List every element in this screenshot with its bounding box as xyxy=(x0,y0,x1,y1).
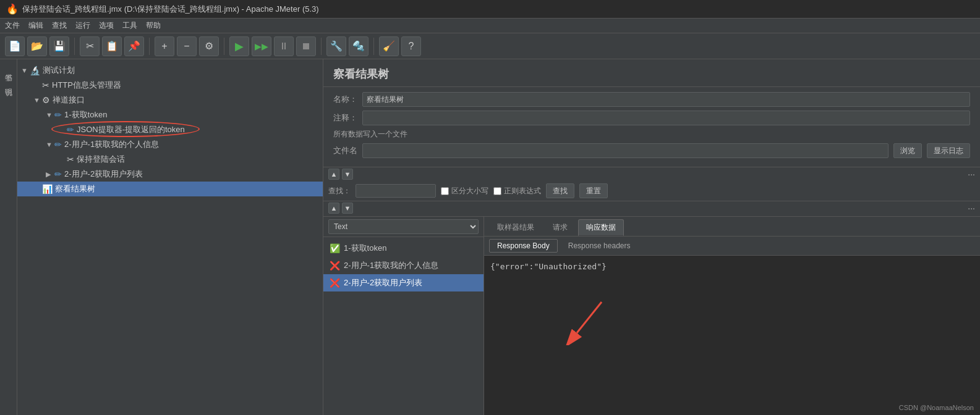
menu-tools[interactable]: 工具 xyxy=(122,20,137,31)
tree-label-http-header: HTTP信息头管理器 xyxy=(52,80,121,91)
test-plan-icon: 🔬 xyxy=(30,65,40,75)
sub-tab-response-headers[interactable]: Response headers xyxy=(560,239,639,253)
tree-label-json-extractor: JSON提取器-提取返回的token xyxy=(77,124,185,135)
filename-input[interactable] xyxy=(362,143,888,158)
tree-item-json-extractor-wrapper: ✏ JSON提取器-提取返回的token xyxy=(17,122,323,137)
pause-button[interactable]: ⏸ xyxy=(274,36,294,56)
tree-label-get-my-info: 2-用户-1获取我的个人信息 xyxy=(64,139,159,150)
tree-item-channel-api[interactable]: ▼ ⚙ 禅道接口 xyxy=(17,93,323,107)
toolbar-sep-1 xyxy=(74,38,75,55)
menu-find[interactable]: 查找 xyxy=(52,20,67,31)
regex-checkbox[interactable] xyxy=(493,187,501,195)
search-input[interactable] xyxy=(356,184,436,198)
comment-label: 注释： xyxy=(333,112,357,124)
tree-label-get-users: 2-用户-2获取用户列表 xyxy=(64,169,143,180)
arrow-get-my-info: ▼ xyxy=(46,141,54,148)
collapse-up-btn-2[interactable]: ▲ xyxy=(328,203,339,214)
tree-item-get-my-info[interactable]: ▼ ✏ 2-用户-1获取我的个人信息 xyxy=(17,137,323,152)
filename-label: 文件名 xyxy=(333,145,357,156)
display-log-button[interactable]: 显示日志 xyxy=(927,143,970,158)
list-label-get-my-info: 2-用户-1获取我的个人信息 xyxy=(344,260,438,271)
list-item-get-my-info[interactable]: ❌ 2-用户-1获取我的个人信息 xyxy=(323,257,484,274)
collapse-down-btn-2[interactable]: ▼ xyxy=(342,203,353,214)
tab-sampler-result[interactable]: 取样器结果 xyxy=(489,219,542,236)
start-no-pause-button[interactable]: ▶▶ xyxy=(252,36,271,56)
find-button[interactable]: 查找 xyxy=(546,183,574,198)
http-header-icon: ✂ xyxy=(42,80,49,90)
remote-stop-button[interactable]: 🔩 xyxy=(349,36,369,56)
status-ok-icon-1: ✅ xyxy=(330,243,340,253)
menu-help[interactable]: 帮助 xyxy=(146,20,161,31)
toolbar: 📄 📂 💾 ✂ 📋 📌 + − ⚙ ▶ ▶▶ ⏸ ⏹ 🔧 🔩 🧹 ? xyxy=(0,33,980,59)
arrow-test-plan: ▼ xyxy=(21,67,30,74)
open-button[interactable]: 📂 xyxy=(27,36,47,56)
start-button[interactable]: ▶ xyxy=(229,36,249,56)
more-btn-1[interactable]: ··· xyxy=(968,169,975,179)
menu-options[interactable]: 选项 xyxy=(99,20,114,31)
name-row: 名称： xyxy=(333,92,970,107)
list-items: ✅ 1-获取token ❌ 2-用户-1获取我的个人信息 ❌ 2-用户-2获取用… xyxy=(323,237,484,415)
paste-button[interactable]: 📌 xyxy=(124,36,144,56)
file-header-row: 所有数据写入一个文件 xyxy=(333,129,970,140)
tree-item-keep-login[interactable]: ✂ 保持登陆会话 xyxy=(17,152,323,167)
save-button[interactable]: 💾 xyxy=(49,36,69,56)
search-row: 查找： 区分大小写 正则表达式 查找 重置 xyxy=(323,181,980,201)
sub-tab-headers-label: Response headers xyxy=(568,241,631,250)
reset-button[interactable]: 重置 xyxy=(579,183,608,198)
tree-panel: ▼ 🔬 测试计划 ✂ HTTP信息头管理器 ▼ ⚙ 禅道接口 ▼ ✏ 1-获取t… xyxy=(17,59,323,415)
list-item-get-token[interactable]: ✅ 1-获取token xyxy=(323,240,484,257)
tree-item-view-result[interactable]: 📊 察看结果树 xyxy=(17,182,323,196)
copy-button[interactable]: 📋 xyxy=(102,36,122,56)
tree-item-get-users[interactable]: ▶ ✏ 2-用户-2获取用户列表 xyxy=(17,167,323,182)
more-btn-2[interactable]: ··· xyxy=(968,203,975,213)
tree-label-get-token: 1-获取token xyxy=(64,109,107,120)
get-token-icon: ✏ xyxy=(54,110,62,120)
toolbar-sep-2 xyxy=(149,38,150,55)
right-panel: 察看结果树 名称： 注释： 所有数据写入一个文件 文件名 浏览 显示日志 xyxy=(323,59,980,415)
remove-button[interactable]: − xyxy=(177,36,197,56)
name-label: 名称： xyxy=(333,94,357,105)
watermark: CSDN @NoamaaNelson xyxy=(899,404,974,411)
browse-button[interactable]: 浏览 xyxy=(893,143,922,158)
clear-button[interactable]: 🧹 xyxy=(379,36,399,56)
tab-bar: 取样器结果 请求 响应数据 xyxy=(484,217,980,237)
list-label-get-token: 1-获取token xyxy=(344,243,386,254)
tree-label-channel-api: 禅道接口 xyxy=(53,94,85,106)
format-dropdown[interactable]: Text RegExp Tester CSS/JQuery Tester XPa… xyxy=(328,219,479,234)
comment-input[interactable] xyxy=(362,111,970,125)
tree-item-get-token[interactable]: ▼ ✏ 1-获取token xyxy=(17,107,323,122)
tab-response[interactable]: 响应数据 xyxy=(578,219,624,236)
cut-button[interactable]: ✂ xyxy=(80,36,100,56)
collapse-up-btn-1[interactable]: ▲ xyxy=(328,169,339,180)
help-button[interactable]: ? xyxy=(401,36,421,56)
case-sensitive-label: 区分大小写 xyxy=(451,186,488,196)
remote-start-button[interactable]: 🔧 xyxy=(326,36,346,56)
tab-request[interactable]: 请求 xyxy=(545,219,576,236)
file-header-label: 所有数据写入一个文件 xyxy=(333,129,407,140)
flame-icon: 🔥 xyxy=(6,3,19,15)
menu-bar: 文件 编辑 查找 运行 选项 工具 帮助 xyxy=(0,19,980,33)
tree-item-test-plan[interactable]: ▼ 🔬 测试计划 xyxy=(17,63,323,78)
new-button[interactable]: 📄 xyxy=(5,36,25,56)
list-item-get-users[interactable]: ❌ 2-用户-2获取用户列表 xyxy=(323,274,484,291)
keep-login-icon: ✂ xyxy=(67,154,74,164)
list-panel: Text RegExp Tester CSS/JQuery Tester XPa… xyxy=(323,217,484,415)
menu-run[interactable]: 运行 xyxy=(75,20,90,31)
add-button[interactable]: + xyxy=(155,36,174,56)
transform-button[interactable]: ⚙ xyxy=(199,36,219,56)
stop-button[interactable]: ⏹ xyxy=(296,36,316,56)
left-sidebar: 书签 说明 xyxy=(0,59,17,415)
tree-label-view-result: 察看结果树 xyxy=(55,183,95,195)
name-input[interactable] xyxy=(362,92,970,107)
response-body: {"error":"Unauthorized"} xyxy=(484,256,980,415)
list-label-get-users: 2-用户-2获取用户列表 xyxy=(344,277,422,288)
menu-edit[interactable]: 编辑 xyxy=(28,20,43,31)
tree-item-http-header[interactable]: ✂ HTTP信息头管理器 xyxy=(17,78,323,93)
sub-tab-response-body[interactable]: Response Body xyxy=(489,239,558,253)
menu-file[interactable]: 文件 xyxy=(5,20,20,31)
tree-item-json-extractor[interactable]: ✏ JSON提取器-提取返回的token xyxy=(17,122,323,137)
collapse-down-btn-1[interactable]: ▼ xyxy=(342,169,353,180)
regex-label: 正则表达式 xyxy=(504,186,541,196)
case-sensitive-checkbox[interactable] xyxy=(441,187,449,195)
collapse-row-2: ▲ ▼ ··· xyxy=(323,201,980,217)
